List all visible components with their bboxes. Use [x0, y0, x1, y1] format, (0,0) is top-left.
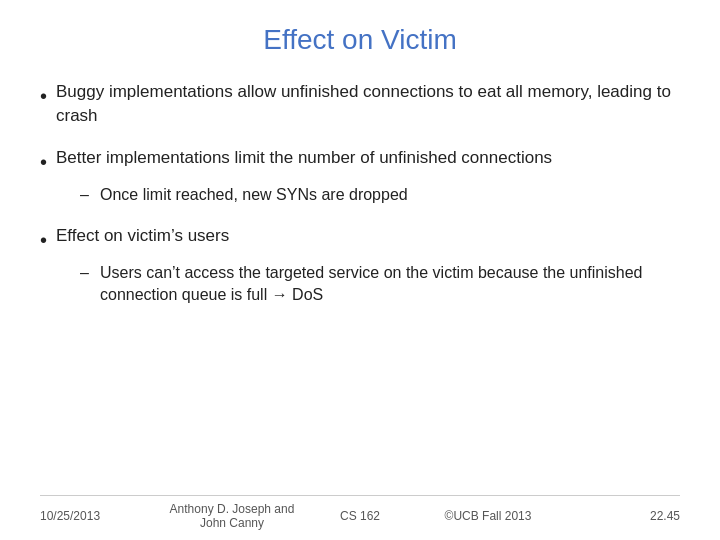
slide: Effect on Victim • Buggy implementations… [0, 0, 720, 540]
footer-date: 10/25/2013 [40, 509, 168, 523]
footer-slide-number: 22.45 [552, 509, 680, 523]
bullet-dot-3: • [40, 226, 48, 254]
slide-content: • Buggy implementations allow unfinished… [40, 80, 680, 487]
bullet-item-2: • Better implementations limit the numbe… [40, 146, 680, 206]
bullet-dot-1: • [40, 82, 48, 110]
sub-bullet-dash-2a: – [80, 184, 92, 206]
bullet-dot-2: • [40, 148, 48, 176]
bullet-main-2: • Better implementations limit the numbe… [40, 146, 680, 176]
slide-footer: 10/25/2013 Anthony D. Joseph and John Ca… [40, 495, 680, 530]
sub-bullet-2a: – Once limit reached, new SYNs are dropp… [40, 184, 680, 206]
bullet-text-3: Effect on victim’s users [56, 224, 229, 248]
footer-copyright: ©UCB Fall 2013 [424, 509, 552, 523]
bullet-main-1: • Buggy implementations allow unfinished… [40, 80, 680, 128]
sub-bullet-3a: – Users can’t access the targeted servic… [40, 262, 680, 307]
bullet-item-1: • Buggy implementations allow unfinished… [40, 80, 680, 128]
sub-bullet-dash-3a: – [80, 262, 92, 284]
footer-course: CS 162 [296, 509, 424, 523]
bullet-text-2: Better implementations limit the number … [56, 146, 552, 170]
bullet-main-3: • Effect on victim’s users [40, 224, 680, 254]
bullet-item-3: • Effect on victim’s users – Users can’t… [40, 224, 680, 307]
footer-authors: Anthony D. Joseph and John Canny [168, 502, 296, 530]
slide-title: Effect on Victim [40, 20, 680, 56]
bullet-text-1: Buggy implementations allow unfinished c… [56, 80, 680, 128]
sub-bullet-text-3a: Users can’t access the targeted service … [100, 262, 680, 307]
sub-bullet-text-2a: Once limit reached, new SYNs are dropped [100, 184, 408, 206]
